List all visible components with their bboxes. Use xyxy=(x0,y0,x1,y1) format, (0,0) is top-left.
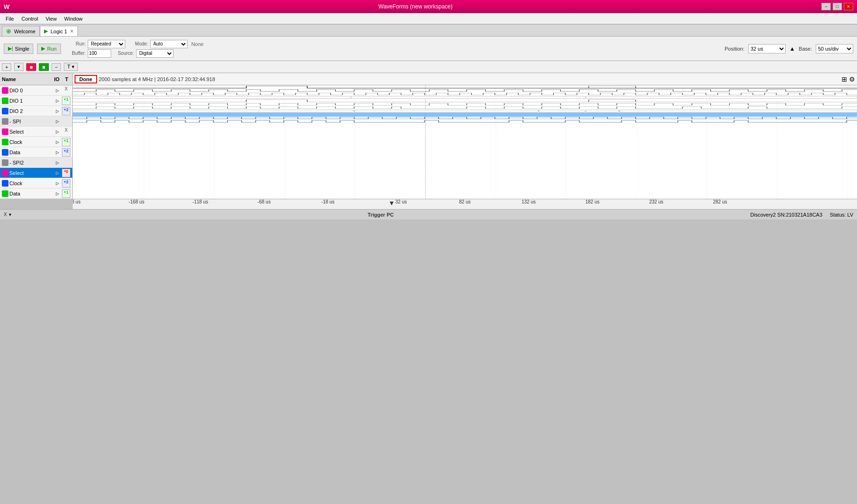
sig-io-spi2-select: ▷ xyxy=(53,170,62,176)
tick-4: -18 us xyxy=(321,199,334,204)
signal-row-dio1: DIO 1 ▷ +1 xyxy=(0,96,72,106)
signal-row-spi-clock: Clock ▷ +1 xyxy=(0,137,72,147)
welcome-icon: ⊕ xyxy=(6,28,11,35)
waveform-area: Done 2000 samples at 4 MHz | 2016-02-17 … xyxy=(73,73,857,199)
tick-2: -118 us xyxy=(192,199,208,204)
tab-logic1-close[interactable]: ✕ xyxy=(70,29,74,34)
tick-1: -168 us xyxy=(129,199,144,204)
minimize-button[interactable]: − xyxy=(821,3,831,10)
tick-7: 132 us xyxy=(522,199,536,204)
svg-rect-23 xyxy=(73,116,857,120)
minus-button[interactable]: − xyxy=(52,63,61,71)
sig-name-spi-clock: Clock xyxy=(9,139,53,145)
arrow-icon: ▷ xyxy=(56,119,59,124)
done-button[interactable]: Done xyxy=(75,75,97,83)
svg-marker-31 xyxy=(73,96,351,98)
sig-trigger-spi xyxy=(62,117,70,126)
toolbar: ▶| Single ▶ Run Run: Repeated Single Mod… xyxy=(0,37,857,61)
run-mode-label: Run: xyxy=(65,41,86,46)
window-title: WaveForms (new workspace) xyxy=(9,3,821,10)
statusbar-right: Discovery2 SN:210321A18CA3 Status: LV xyxy=(751,212,853,218)
window-controls: − □ ✕ xyxy=(821,3,853,10)
sig-name-spi-data: Data xyxy=(9,150,53,155)
x-dropdown-icon[interactable]: ▾ xyxy=(9,212,11,217)
sig-trigger-spi2-select[interactable]: *0 xyxy=(62,169,70,177)
svg-rect-43 xyxy=(73,113,857,116)
sig-color-dio2 xyxy=(2,108,8,114)
remove-signal-button[interactable]: ▾ xyxy=(14,63,23,71)
sig-trigger-spi2 xyxy=(62,158,70,167)
run-icon: ▶ xyxy=(41,45,45,52)
sig-trigger-spi-data[interactable]: +2 xyxy=(62,148,70,157)
maximize-button[interactable]: □ xyxy=(833,3,842,10)
t-button[interactable]: T ▾ xyxy=(64,63,78,71)
single-button[interactable]: ▶| Single xyxy=(4,44,33,54)
sig-name-spi2: - SPI2 xyxy=(9,160,53,165)
sig-color-dio1 xyxy=(2,98,8,104)
sig-trigger-spi2-clock[interactable]: +2 xyxy=(62,179,70,188)
svg-marker-39 xyxy=(355,110,539,113)
sig-io-dio1: ▷ xyxy=(53,98,62,104)
sig-io-dio2: ▷ xyxy=(53,108,62,114)
add-signal-button[interactable]: + xyxy=(2,63,11,71)
sig-color-spi2-clock xyxy=(2,180,8,187)
sig-trigger-dio1[interactable]: +1 xyxy=(62,97,70,105)
arrow-icon: ▷ xyxy=(56,88,59,93)
sig-name-spi2-clock: Clock xyxy=(9,181,53,186)
menu-file[interactable]: File xyxy=(2,15,18,23)
buffer-input[interactable] xyxy=(88,49,111,58)
sig-trigger-spi2-data[interactable]: +1 xyxy=(62,189,70,198)
sig-trigger-dio2[interactable]: +2 xyxy=(62,107,70,115)
run-mode-group: Run: Repeated Single Mode: Auto Normal N… xyxy=(65,40,204,58)
statusbar: X ▾ Trigger PC Discovery2 SN:210321A18CA… xyxy=(0,209,857,219)
menu-window[interactable]: Window xyxy=(61,15,86,23)
position-label: Position: xyxy=(725,46,744,52)
tick-3: -68 us xyxy=(258,199,271,204)
down-button[interactable]: ■ xyxy=(39,63,49,71)
tick-0: -218 us xyxy=(73,199,81,204)
sig-color-spi-select xyxy=(2,128,8,135)
close-button[interactable]: ✕ xyxy=(844,3,853,10)
menu-control[interactable]: Control xyxy=(18,15,42,23)
app-icon: W xyxy=(4,3,9,10)
sig-color-spi2-select xyxy=(2,170,8,176)
sig-trigger-dio0[interactable]: X xyxy=(62,86,70,95)
mode-select[interactable]: Auto Normal xyxy=(150,40,188,48)
x-label: X xyxy=(4,212,7,217)
signal-row-spi2-select: Select ▷ *0 xyxy=(0,168,72,178)
col-io: IO xyxy=(52,76,62,82)
settings-icon[interactable]: ⚙ xyxy=(849,75,855,83)
sig-name-spi2-select: Select xyxy=(9,170,53,176)
run-icon: ▶ xyxy=(44,28,48,34)
tabbar: ⊕ Welcome ▶ Logic 1 ✕ xyxy=(0,24,857,37)
sig-trigger-spi-clock[interactable]: +1 xyxy=(62,138,70,146)
source-label: Source: xyxy=(113,51,134,56)
waveform-status: Done 2000 samples at 4 MHz | 2016-02-17 … xyxy=(73,73,857,85)
signal-row-spi2-clock: Clock ▷ +2 xyxy=(0,178,72,188)
position-up-icon[interactable]: ▲ xyxy=(789,45,795,52)
svg-marker-42 xyxy=(620,110,857,113)
sig-trigger-spi-select[interactable]: X xyxy=(62,128,70,136)
sig-name-dio2: DIO 2 xyxy=(9,108,53,114)
sig-io-spi2-clock: ▷ xyxy=(53,180,62,187)
titlebar: W WaveForms (new workspace) − □ ✕ xyxy=(0,0,857,13)
menu-view[interactable]: View xyxy=(42,15,61,23)
base-select[interactable]: 50 us/div 10 us/div 100 us/div xyxy=(816,44,853,53)
tab-logic1[interactable]: ▶ Logic 1 ✕ xyxy=(40,26,78,36)
sig-name-dio0: DIO 0 xyxy=(9,88,53,93)
run-mode-select[interactable]: Repeated Single xyxy=(88,40,125,48)
arrow-icon: ▷ xyxy=(56,109,59,113)
tick-9: 232 us xyxy=(649,199,663,204)
run-button[interactable]: ▶ Run xyxy=(37,44,61,54)
arrow-icon: ▷ xyxy=(56,171,59,175)
expand-icon[interactable]: ⊞ xyxy=(842,75,847,83)
sig-io-spi2: ▷ xyxy=(53,159,62,166)
sig-io-spi: ▷ xyxy=(53,118,62,125)
waveform-status-text: 2000 samples at 4 MHz | 2016-02-17 20:32… xyxy=(99,76,215,82)
sig-io-dio0: ▷ xyxy=(53,87,62,94)
color-button[interactable]: ■ xyxy=(26,63,36,71)
source-select[interactable]: Digital Analog xyxy=(136,49,174,58)
tab-welcome[interactable]: ⊕ Welcome xyxy=(2,26,40,36)
position-select[interactable]: 32 us xyxy=(748,44,786,53)
signal-row-spi: - SPI ▷ xyxy=(0,116,72,127)
